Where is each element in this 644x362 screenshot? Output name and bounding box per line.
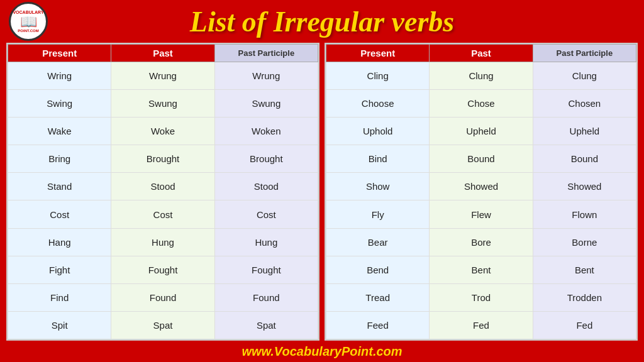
- left-cell-8-0: Find: [8, 283, 111, 311]
- right-cell-5-0: Fly: [326, 200, 430, 228]
- left-cell-0-0: Wring: [8, 62, 111, 90]
- right-table-row: FeedFedFed: [326, 311, 636, 339]
- right-cell-4-0: Show: [326, 173, 430, 200]
- right-cell-4-1: Showed: [430, 173, 533, 200]
- content-area: Present Past Past Participle WringWrungW…: [0, 43, 644, 341]
- left-cell-7-1: Fought: [111, 256, 214, 283]
- header: VOCABULARY 📖 POINT.COM List of Irregular…: [0, 0, 644, 43]
- right-cell-0-1: Clung: [430, 62, 533, 90]
- right-table-row: BendBentBent: [326, 256, 636, 283]
- left-table: Present Past Past Participle WringWrungW…: [8, 44, 318, 339]
- left-cell-7-0: Fight: [8, 256, 111, 283]
- left-cell-4-0: Stand: [8, 173, 111, 200]
- left-cell-3-2: Brought: [214, 145, 318, 173]
- left-cell-5-0: Cost: [8, 200, 111, 228]
- right-table-container: Present Past Past Participle ClingClungC…: [325, 43, 638, 341]
- right-cell-6-0: Bear: [326, 228, 430, 256]
- logo-book-icon: 📖: [20, 15, 37, 29]
- left-cell-6-1: Hung: [111, 228, 214, 256]
- left-cell-0-2: Wrung: [214, 62, 318, 90]
- left-table-container: Present Past Past Participle WringWrungW…: [6, 43, 319, 341]
- left-table-row: SpitSpatSpat: [8, 311, 318, 339]
- right-header-participle: Past Participle: [533, 45, 636, 62]
- right-table-row: ShowShowedShowed: [326, 173, 636, 200]
- left-header-present: Present: [8, 45, 111, 62]
- right-header-present: Present: [326, 45, 430, 62]
- right-cell-2-1: Upheld: [430, 118, 533, 145]
- left-table-row: CostCostCost: [8, 200, 318, 228]
- left-table-row: WakeWokeWoken: [8, 118, 318, 145]
- left-table-row: StandStoodStood: [8, 173, 318, 200]
- right-cell-7-1: Bent: [430, 256, 533, 283]
- left-cell-2-0: Wake: [8, 118, 111, 145]
- right-cell-5-2: Flown: [533, 200, 636, 228]
- right-cell-7-2: Bent: [533, 256, 636, 283]
- footer-url: www.VocabularyPoint.com: [242, 344, 402, 359]
- right-cell-2-0: Uphold: [326, 118, 430, 145]
- left-cell-7-2: Fought: [214, 256, 318, 283]
- right-table-row: BindBoundBound: [326, 145, 636, 173]
- left-table-row: HangHungHung: [8, 228, 318, 256]
- right-table-row: TreadTrodTrodden: [326, 283, 636, 311]
- right-cell-6-2: Borne: [533, 228, 636, 256]
- left-header-past: Past: [111, 45, 214, 62]
- right-cell-1-0: Choose: [326, 90, 430, 118]
- right-cell-9-1: Fed: [430, 311, 533, 339]
- right-cell-3-2: Bound: [533, 145, 636, 173]
- logo: VOCABULARY 📖 POINT.COM: [9, 2, 48, 41]
- right-cell-2-2: Upheld: [533, 118, 636, 145]
- right-cell-8-0: Tread: [326, 283, 430, 311]
- footer: www.VocabularyPoint.com: [0, 341, 644, 362]
- left-cell-9-0: Spit: [8, 311, 111, 339]
- left-cell-5-1: Cost: [111, 200, 214, 228]
- logo-bottom-text: POINT.COM: [18, 29, 38, 33]
- right-cell-4-2: Showed: [533, 173, 636, 200]
- right-table-row: ChooseChoseChosen: [326, 90, 636, 118]
- left-cell-1-2: Swung: [214, 90, 318, 118]
- left-cell-5-2: Cost: [214, 200, 318, 228]
- right-cell-1-2: Chosen: [533, 90, 636, 118]
- left-cell-4-2: Stood: [214, 173, 318, 200]
- left-table-row: FightFoughtFought: [8, 256, 318, 283]
- left-cell-9-2: Spat: [214, 311, 318, 339]
- right-cell-5-1: Flew: [430, 200, 533, 228]
- right-cell-9-0: Feed: [326, 311, 430, 339]
- right-cell-3-0: Bind: [326, 145, 430, 173]
- left-header-participle: Past Participle: [214, 45, 318, 62]
- right-cell-8-2: Trodden: [533, 283, 636, 311]
- left-table-row: BringBroughtBrought: [8, 145, 318, 173]
- left-cell-3-0: Bring: [8, 145, 111, 173]
- left-table-row: FindFoundFound: [8, 283, 318, 311]
- left-cell-8-1: Found: [111, 283, 214, 311]
- left-table-row: SwingSwungSwung: [8, 90, 318, 118]
- left-cell-1-1: Swung: [111, 90, 214, 118]
- page-title: List of Irregular verbs: [190, 5, 454, 38]
- right-table-row: FlyFlewFlown: [326, 200, 636, 228]
- left-cell-1-0: Swing: [8, 90, 111, 118]
- left-cell-3-1: Brought: [111, 145, 214, 173]
- left-cell-2-2: Woken: [214, 118, 318, 145]
- left-cell-6-0: Hang: [8, 228, 111, 256]
- right-table-row: UpholdUpheldUpheld: [326, 118, 636, 145]
- left-table-row: WringWrungWrung: [8, 62, 318, 90]
- right-cell-3-1: Bound: [430, 145, 533, 173]
- right-cell-8-1: Trod: [430, 283, 533, 311]
- right-cell-0-2: Clung: [533, 62, 636, 90]
- left-cell-9-1: Spat: [111, 311, 214, 339]
- left-cell-2-1: Woke: [111, 118, 214, 145]
- page-wrapper: VOCABULARY 📖 POINT.COM List of Irregular…: [0, 0, 644, 362]
- left-cell-8-2: Found: [214, 283, 318, 311]
- right-cell-1-1: Chose: [430, 90, 533, 118]
- right-table-row: ClingClungClung: [326, 62, 636, 90]
- right-table: Present Past Past Participle ClingClungC…: [326, 44, 636, 339]
- right-cell-0-0: Cling: [326, 62, 430, 90]
- left-cell-4-1: Stood: [111, 173, 214, 200]
- right-header-past: Past: [430, 45, 533, 62]
- right-table-row: BearBoreBorne: [326, 228, 636, 256]
- right-cell-9-2: Fed: [533, 311, 636, 339]
- right-cell-6-1: Bore: [430, 228, 533, 256]
- left-cell-6-2: Hung: [214, 228, 318, 256]
- right-cell-7-0: Bend: [326, 256, 430, 283]
- left-cell-0-1: Wrung: [111, 62, 214, 90]
